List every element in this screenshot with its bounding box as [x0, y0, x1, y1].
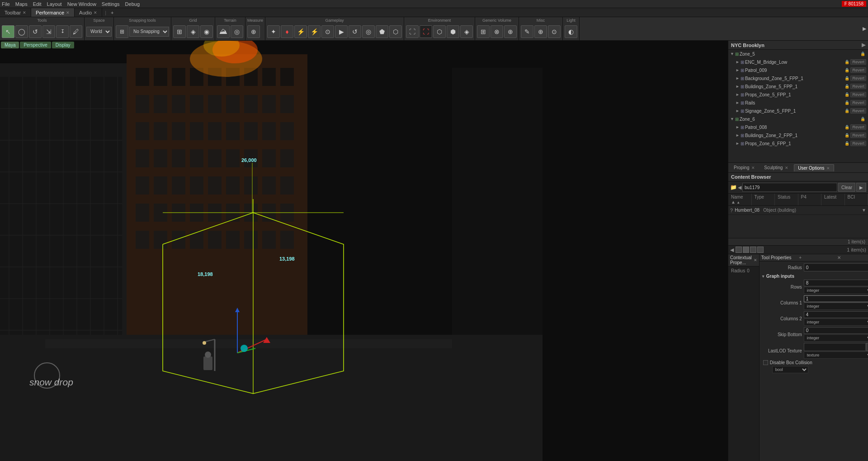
env-btn2[interactable]: ⛶ — [420, 25, 432, 38]
outliner-props-zone5[interactable]: ► ⊞ Props_Zone_5_FPP_1 🔒 Revert — [728, 90, 868, 99]
cb-forward-button[interactable]: ▶ — [856, 183, 866, 192]
gp-btn1[interactable]: ✦ — [267, 25, 280, 38]
tab-performance-close[interactable]: ✕ — [66, 10, 70, 15]
grid-btn1[interactable]: ⊞ — [173, 25, 186, 38]
props-zone5-revert[interactable]: Revert — [850, 92, 866, 97]
tab-audio[interactable]: Audio ✕ — [75, 8, 102, 17]
measure-btn[interactable]: ⊕ — [247, 25, 260, 38]
gv-btn2[interactable]: ⊗ — [491, 25, 503, 38]
outliner-buildings-zone2[interactable]: ► ⊞ Buildings_Zone_2_FPP_1 🔒 Revert — [728, 131, 868, 139]
bg-zone5-revert[interactable]: Revert — [850, 76, 866, 81]
cb-col-type[interactable]: Type — [752, 194, 775, 205]
tp-bool-type[interactable]: bool — [772, 366, 808, 373]
viewport[interactable]: Maya Perspective Display — [0, 41, 728, 461]
cb-col-name[interactable]: Name ▲ — [728, 194, 752, 205]
cp-close[interactable]: ✕ — [754, 258, 757, 262]
gp-btn9[interactable]: ⬟ — [376, 25, 388, 38]
outliner-patrol009[interactable]: ► ⊞ Patrol_009 🔒 Revert — [728, 66, 868, 74]
misc-btn1[interactable]: ✎ — [521, 25, 533, 38]
cb-back-icon[interactable]: ◀ — [738, 185, 741, 190]
patrol008-revert[interactable]: Revert — [850, 124, 866, 130]
signage-zone5-revert[interactable]: Revert — [850, 108, 866, 114]
gp-btn6[interactable]: ▶ — [335, 25, 348, 38]
cb-search-input[interactable] — [742, 183, 837, 192]
panel-tab-proping[interactable]: Proping ✕ — [730, 164, 759, 171]
tab-toolbar[interactable]: Toolbar ✕ — [0, 8, 31, 17]
misc-btn3[interactable]: ⊙ — [548, 25, 561, 38]
panel-tab-user-options[interactable]: User Options ✕ — [794, 164, 834, 171]
user-options-close[interactable]: ✕ — [826, 166, 830, 171]
tp-skip-input[interactable] — [804, 327, 868, 334]
cb-clear-button[interactable]: Clear — [838, 183, 855, 192]
tool-paint[interactable]: 🖊 — [70, 25, 82, 38]
panel-tab-sculpting[interactable]: Sculpting ✕ — [760, 164, 792, 171]
buildings-zone2-revert[interactable]: Revert — [850, 133, 866, 138]
tp-close[interactable]: ✕ — [837, 255, 868, 260]
outliner-signage-zone5[interactable]: ► ⊞ Signage_Zone_5_FPP_1 🔒 Revert — [728, 107, 868, 115]
cb-scroll-left[interactable]: ◀ — [730, 247, 734, 253]
menu-edit[interactable]: Edit — [33, 1, 42, 7]
tp-col2-input[interactable] — [804, 311, 868, 318]
menu-new-window[interactable]: New Window — [67, 1, 96, 7]
outliner-bg-zone5[interactable]: ► ⊞ Background_Zone_5_FPP_1 🔒 Revert — [728, 74, 868, 82]
gp-btn8[interactable]: ◎ — [362, 25, 375, 38]
tool-circle[interactable]: ◯ — [15, 25, 28, 38]
space-dropdown[interactable]: World Local — [86, 27, 112, 37]
tab-toolbar-close[interactable]: ✕ — [23, 10, 26, 15]
misc-btn2[interactable]: ⊕ — [534, 25, 547, 38]
gv-btn3[interactable]: ⊕ — [504, 25, 517, 38]
cb-thumb-view[interactable] — [757, 247, 764, 253]
rails-revert[interactable]: Revert — [850, 100, 866, 105]
outliner-zone6[interactable]: ▼ ⊞ Zone_6 🔒 — [728, 115, 868, 123]
tool-select[interactable]: ↖ — [2, 25, 14, 38]
tp-col2-type[interactable]: integer float — [804, 318, 868, 326]
menu-settings[interactable]: Settings — [102, 1, 120, 7]
env-btn1[interactable]: ⛶ — [406, 25, 419, 38]
tp-disable-box-checkbox[interactable] — [763, 360, 768, 365]
cb-row-dropdown[interactable]: ▼ — [862, 208, 866, 213]
menu-maps[interactable]: Maps — [15, 1, 28, 7]
menu-debug[interactable]: Debug — [125, 1, 140, 7]
gp-btn3[interactable]: ⚡ — [294, 25, 307, 38]
cb-col-bci[interactable]: BCI — [845, 194, 868, 205]
grid-btn3[interactable]: ◉ — [200, 25, 213, 38]
cb-col-p4[interactable]: P4 — [798, 194, 822, 205]
tp-rows-type[interactable]: integer float — [804, 287, 868, 294]
grid-btn2[interactable]: ◈ — [187, 25, 199, 38]
outliner-props-zone6[interactable]: ► ⊞ Props_Zone_6_FPP_1 🔒 Revert — [728, 139, 868, 147]
tab-add[interactable]: + — [109, 10, 115, 15]
tp-skip-type[interactable]: integer float — [804, 334, 868, 342]
tp-lod-input[interactable] — [804, 343, 866, 351]
gp-btn4[interactable]: ⚡ — [308, 25, 321, 38]
light-btn1[interactable]: ◐ — [565, 25, 577, 38]
cb-row-humbert[interactable]: ? Humbert_08 Object (building) ▼ — [728, 206, 868, 215]
tool-scale[interactable]: ⇲ — [42, 25, 55, 38]
viewport-tab-display[interactable]: Display — [52, 42, 74, 48]
outliner-expand[interactable]: ▶ — [862, 42, 865, 48]
tool-rotate[interactable]: ↺ — [29, 25, 42, 38]
props-zone6-revert[interactable]: Revert — [850, 141, 866, 146]
enc-bridge-revert[interactable]: Revert — [850, 59, 866, 65]
cb-col-status[interactable]: Status — [775, 194, 798, 205]
snap-dropdown[interactable]: No Snapping Snap to Grid — [129, 27, 169, 37]
terrain-btn2[interactable]: ◎ — [231, 25, 243, 38]
viewport-tab-maya[interactable]: Maya — [1, 42, 19, 48]
env-btn5[interactable]: ◈ — [460, 25, 473, 38]
viewport-tab-perspective[interactable]: Perspective — [20, 42, 51, 48]
tp-graph-inputs-section[interactable]: ▼ Graph inputs — [761, 273, 868, 280]
cb-list-view[interactable] — [736, 247, 742, 253]
gp-btn7[interactable]: ↺ — [349, 25, 361, 38]
gp-btn5[interactable]: ⊙ — [321, 25, 334, 38]
gv-btn1[interactable]: ⊞ — [477, 25, 490, 38]
menu-layout[interactable]: Layout — [47, 1, 62, 7]
patrol009-revert[interactable]: Revert — [850, 67, 866, 73]
cb-detail-view[interactable] — [750, 247, 756, 253]
outliner-patrol008[interactable]: ► ⊞ Patrol_008 🔒 Revert — [728, 123, 868, 131]
outliner-enc-bridge[interactable]: ► ⊞ ENC_M_Bridge_Low 🔒 Revert — [728, 58, 868, 66]
outliner-buildings-zone5[interactable]: ► ⊞ Buildings_Zone_5_FPP_1 🔒 Revert — [728, 82, 868, 90]
tab-performance[interactable]: Performance ✕ — [31, 8, 75, 17]
tp-lod-browse[interactable]: ⊞ — [866, 343, 868, 351]
env-btn4[interactable]: ⬢ — [447, 25, 459, 38]
tp-lod-type[interactable]: texture material — [804, 352, 868, 359]
gp-btn2[interactable]: ♦ — [281, 25, 293, 38]
